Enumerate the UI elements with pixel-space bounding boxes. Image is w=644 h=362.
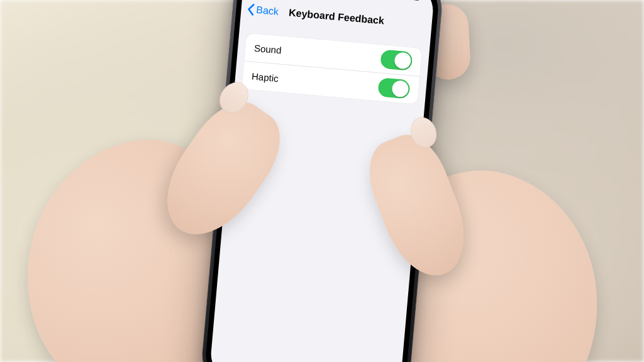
status-indicators xyxy=(377,0,422,3)
row-label: Sound xyxy=(254,42,282,55)
toggle-knob xyxy=(391,80,409,97)
page-title: Keyboard Feedback xyxy=(288,7,384,26)
haptic-toggle[interactable] xyxy=(377,77,410,99)
back-button[interactable]: Back xyxy=(245,0,280,26)
wifi-icon xyxy=(394,0,404,1)
battery-icon xyxy=(406,0,422,3)
toggle-knob xyxy=(394,52,411,69)
chevron-left-icon xyxy=(246,3,256,16)
row-label: Haptic xyxy=(252,70,279,84)
sound-toggle[interactable] xyxy=(380,49,413,70)
settings-content: Sound Haptic xyxy=(235,33,430,105)
back-label: Back xyxy=(256,4,279,18)
phone-stage: 11:48 xyxy=(199,0,445,362)
settings-group: Sound Haptic xyxy=(242,33,422,104)
